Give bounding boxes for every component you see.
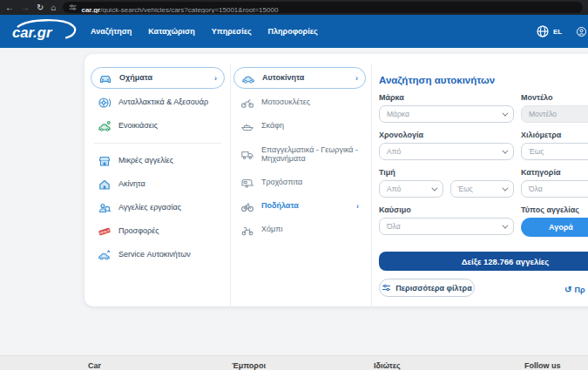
chevron-right-icon: › [356, 202, 359, 211]
model-select: Μοντέλο [521, 105, 588, 123]
fuel-placeholder: Όλα [387, 222, 401, 231]
category-item-label: Χόμπι [261, 225, 282, 233]
forward-icon[interactable]: → [21, 3, 30, 12]
reload-icon[interactable]: ↻ [37, 3, 44, 12]
category-item-bicycles[interactable]: Ποδήλατα › [233, 194, 366, 218]
browser-window: ← → ↻ ⌂ car.gr/quick-search/vehicles/car… [0, 0, 588, 370]
url-host: car.gr [81, 6, 100, 14]
year-from-select[interactable]: Από [379, 143, 514, 160]
sidebar-item-vehicles[interactable]: Οχήματα › [91, 67, 225, 89]
price-field-group: Τιμή Από Έως [379, 168, 514, 198]
ad-type-buy-button[interactable]: Αγορά [521, 218, 588, 237]
sidebar-item-rentals[interactable]: Ενοικιάσεις [91, 114, 225, 138]
footer-heading-car: Car [88, 361, 101, 370]
globe-icon [536, 24, 550, 38]
truck-icon [240, 147, 254, 161]
category-item-label: Τροχόσπιτα [261, 178, 302, 186]
more-filters-button[interactable]: Περισσότερα φίλτρα [379, 279, 475, 297]
ad-type-field-group: Τύπος αγγελίας Αγορά [521, 205, 588, 237]
show-results-button[interactable]: Δείξε 128.766 αγγελίες [379, 252, 588, 271]
fuel-field-group: Καύσιμο Όλα [379, 205, 514, 237]
root-category-menu: Οχήματα › Ανταλλακτικά & Αξεσουάρ [91, 67, 225, 266]
nav-information[interactable]: Πληροφορίες [268, 27, 318, 36]
car-search-form: Αναζήτηση αυτοκινήτων Μάρκα Μάρκα Μοντέλ… [379, 75, 588, 297]
chevron-down-icon [502, 185, 508, 191]
category-select[interactable]: Όλα [521, 180, 588, 198]
chevron-right-icon: › [214, 74, 217, 83]
filter-sliders-icon [382, 283, 391, 293]
model-placeholder: Μοντέλο [529, 110, 557, 118]
caravan-icon [240, 176, 254, 190]
car-gr-logo[interactable]: car.gr [9, 18, 78, 44]
make-label: Μάρκα [379, 93, 514, 102]
sidebar-item-label: Αγγελίες εργασίας [118, 203, 181, 212]
site-info-icon[interactable] [69, 3, 77, 11]
sidebar-item-label: Ανταλλακτικά & Αξεσουάρ [118, 98, 208, 106]
chevron-right-icon: › [355, 74, 358, 83]
footer-heading-dealers: Έμποροι [232, 361, 266, 370]
sidebar-item-label: Μικρές αγγελίες [118, 156, 173, 165]
house-icon [98, 178, 112, 192]
sidebar-item-real-estate[interactable]: Ακίνητα [91, 172, 225, 196]
category-item-motorcycles[interactable]: Μοτοσυκλέτες [233, 91, 366, 114]
category-item-label: Σκάφη [261, 121, 284, 130]
car-front-icon [98, 71, 112, 85]
sidebar-item-label: Service Αυτοκινήτων [118, 250, 191, 259]
category-item-commercial[interactable]: Επαγγελματικά - Γεωργικά - Μηχανήματα [233, 138, 366, 171]
fuel-label: Καύσιμο [379, 205, 514, 214]
sidebar-item-parts-accessories[interactable]: Ανταλλακτικά & Αξεσουάρ [91, 91, 225, 114]
motorcycle-icon [240, 96, 254, 110]
language-switcher[interactable]: EL [536, 24, 562, 38]
model-field-group: Μοντέλο Μοντέλο [521, 93, 588, 123]
category-item-label: Αυτοκίνητα [262, 73, 304, 82]
sidebar-item-jobs[interactable]: Αγγελίες εργασίας [91, 196, 225, 219]
mileage-label: Χιλιόμετρα [521, 131, 588, 139]
nav-submit-listing[interactable]: Καταχώριση [148, 27, 194, 36]
fuel-select[interactable]: Όλα [379, 218, 514, 235]
footer-heading-follow-us: Follow us [524, 361, 561, 370]
atv-icon [240, 223, 254, 237]
svg-text:DEALS: DEALS [99, 228, 111, 235]
sidebar-item-deals[interactable]: DEALS Προσφορές [91, 219, 225, 243]
price-from-select[interactable]: Από [379, 180, 443, 198]
mileage-to-input[interactable]: Έως [521, 143, 588, 160]
sidebar-item-car-service[interactable]: Service Αυτοκινήτων [91, 243, 225, 266]
category-item-cars[interactable]: Αυτοκίνητα › [233, 67, 366, 89]
chevron-down-icon [502, 147, 508, 153]
history-icon: ↺ [564, 285, 571, 294]
model-label: Μοντέλο [521, 93, 588, 102]
boat-icon [240, 119, 254, 133]
category-item-label: Μοτοσυκλέτες [261, 98, 310, 106]
recent-searches-link[interactable]: ↺ Πρ [564, 285, 585, 294]
back-icon[interactable]: ← [5, 3, 14, 12]
site-header: car.gr Αναζήτηση Καταχώριση Υπηρεσίες Πλ… [0, 15, 588, 48]
address-bar[interactable]: car.gr/quick-search/vehicles/cars?catego… [63, 2, 583, 13]
category-item-label: Ποδήλατα [261, 201, 299, 210]
user-icon [576, 26, 587, 37]
nav-search[interactable]: Αναζήτηση [91, 27, 132, 36]
category-item-boats[interactable]: Σκάφη [233, 114, 366, 138]
category-item-campers[interactable]: Τροχόσπιτα [233, 171, 366, 194]
form-title: Αναζήτηση αυτοκινήτων [379, 75, 588, 85]
sidebar-item-classifieds[interactable]: Μικρές αγγελίες [91, 149, 225, 172]
year-label: Χρονολογία [379, 131, 514, 139]
account-button[interactable]: Σ [576, 26, 588, 37]
sidebar-item-label: Ακίνητα [118, 179, 145, 188]
home-icon[interactable]: ⌂ [51, 3, 56, 12]
recent-searches-label: Πρ [574, 286, 585, 294]
url-path: /quick-search/vehicles/cars?category=150… [100, 6, 278, 14]
make-select[interactable]: Μάρκα [379, 105, 514, 123]
category-item-hobby[interactable]: Χόμπι [233, 218, 366, 241]
wheel-icon [98, 96, 112, 110]
year-from-placeholder: Από [387, 147, 401, 156]
price-from-placeholder: Από [387, 185, 401, 193]
vehicle-category-menu: Αυτοκίνητα › Μοτοσυκλέτες Σκά [233, 67, 366, 241]
nav-services[interactable]: Υπηρεσίες [212, 27, 252, 36]
category-placeholder: Όλα [529, 185, 543, 193]
language-label: EL [553, 28, 562, 36]
chevron-down-icon [502, 222, 508, 228]
sidebar-item-label: Οχήματα [119, 73, 152, 82]
price-label: Τιμή [379, 168, 514, 177]
column-divider [230, 64, 231, 306]
price-to-select[interactable]: Έως [450, 180, 515, 198]
